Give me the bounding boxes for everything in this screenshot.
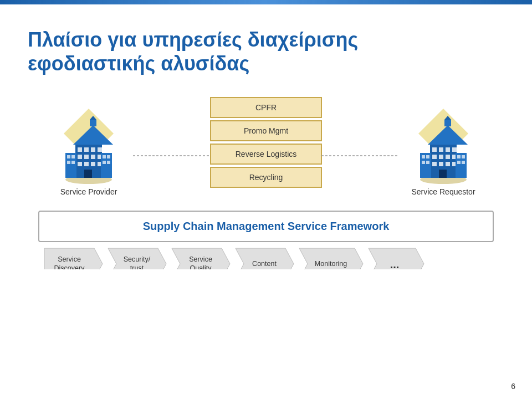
svg-rect-35 [452, 147, 457, 152]
svg-rect-8 [84, 155, 89, 159]
top-decoration [0, 0, 532, 4]
svg-rect-44 [439, 170, 447, 178]
svg-rect-55 [462, 155, 465, 158]
reverse-label: Reverse Logistics [236, 150, 297, 158]
svg-rect-33 [439, 147, 443, 152]
tab-discovery-label2: Discovery [54, 264, 85, 269]
svg-rect-37 [439, 155, 443, 159]
svg-rect-42 [446, 162, 450, 166]
svg-rect-5 [91, 147, 95, 152]
svg-rect-21 [71, 155, 75, 158]
svg-rect-28 [107, 161, 110, 164]
tab-content-label: Content [252, 260, 277, 268]
svg-rect-9 [91, 155, 95, 159]
svg-rect-36 [432, 155, 437, 159]
tab-quality-label2: Quality [190, 264, 212, 269]
svg-rect-40 [432, 162, 437, 166]
svg-rect-50 [426, 155, 429, 158]
tab-discovery-label1: Service [58, 255, 81, 263]
slide: Πλαίσιο για υπηρεσίες διαχείρισης εφοδια… [0, 0, 532, 399]
svg-rect-46 [444, 120, 451, 126]
tab-more-label: ... [390, 258, 400, 269]
svg-rect-32 [432, 147, 437, 152]
recycling-label: Recycling [249, 173, 283, 182]
page-number: 6 [511, 382, 515, 391]
svg-rect-49 [422, 155, 425, 158]
title-line1: Πλαίσιο για υπηρεσίες διαχείρισης [28, 28, 504, 52]
svg-rect-17 [90, 120, 96, 126]
tab-security-label2: trust [130, 264, 144, 269]
svg-rect-27 [103, 161, 106, 164]
svg-rect-51 [422, 161, 425, 164]
svg-rect-11 [78, 162, 82, 166]
svg-rect-12 [84, 162, 89, 166]
svg-rect-56 [457, 161, 461, 164]
svg-rect-34 [446, 147, 450, 152]
main-diagram: Service Provider [28, 92, 504, 269]
tab-security-label1: Security/ [124, 255, 151, 263]
svg-rect-13 [91, 162, 95, 166]
promo-label: Promo Mgmt [244, 126, 288, 135]
framework-label: Supply Chain Management Service Framewor… [143, 220, 390, 232]
tab-monitoring-label: Monitoring [315, 260, 347, 268]
svg-rect-4 [84, 147, 89, 152]
svg-rect-22 [67, 161, 70, 164]
svg-rect-26 [107, 155, 110, 158]
svg-rect-7 [78, 155, 82, 159]
svg-rect-3 [78, 147, 82, 152]
svg-rect-20 [67, 155, 70, 158]
title-block: Πλαίσιο για υπηρεσίες διαχείρισης εφοδια… [28, 28, 504, 75]
service-requestor-label: Service Requestor [411, 187, 475, 196]
cpfr-label: CPFR [255, 103, 277, 112]
title-line2: εφοδιαστικής αλυσίδας [28, 52, 504, 75]
svg-rect-57 [462, 161, 465, 164]
service-provider-label: Service Provider [60, 187, 117, 196]
svg-rect-23 [71, 161, 75, 164]
svg-rect-25 [103, 155, 106, 158]
svg-rect-15 [84, 170, 92, 178]
svg-rect-6 [98, 147, 102, 152]
svg-rect-54 [457, 155, 461, 158]
svg-rect-41 [439, 162, 443, 166]
svg-rect-38 [446, 155, 450, 159]
tab-quality-label1: Service [189, 255, 212, 263]
svg-rect-52 [426, 161, 429, 164]
